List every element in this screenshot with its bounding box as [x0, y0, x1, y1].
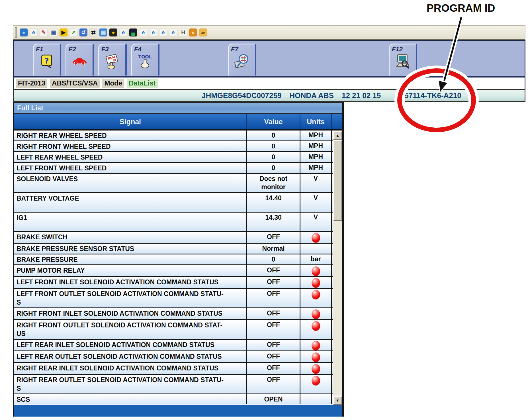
red-indicator [312, 278, 320, 288]
table-row[interactable]: RIGHT REAR OUTLET SOLENOID ACTIVATION CO… [14, 375, 342, 394]
value-cell: 14.40 [246, 193, 300, 212]
value-cell: OFF [246, 363, 300, 374]
column-header-signal[interactable]: Signal [14, 114, 246, 129]
signal-cell: BRAKE PRESSURE [14, 254, 246, 264]
table-body: RIGHT REAR WHEEL SPEED0MPHRIGHT FRONT WH… [14, 131, 342, 404]
table-row[interactable]: BATTERY VOLTAGE14.40V [14, 193, 342, 213]
value-cell: 0 [246, 254, 300, 264]
signal-cell: LEFT REAR WHEEL SPEED [14, 152, 246, 162]
datetime-text: 12 21 02 15 [342, 91, 381, 100]
ie-document-icon[interactable]: e [139, 28, 147, 36]
pc-search-icon [395, 54, 410, 70]
function-key-f7-button[interactable]: F7 [228, 44, 256, 76]
table-row[interactable]: LEFT REAR OUTLET SOLENOID ACTIVATION COM… [14, 351, 342, 363]
toolbar-grip[interactable] [15, 27, 17, 38]
red-indicator [312, 352, 320, 362]
function-key-f12-button[interactable]: F12 [389, 44, 417, 76]
full-list-title: Full List [17, 104, 43, 112]
ie-document-icon[interactable]: e [169, 28, 177, 36]
media-play-icon[interactable]: ▶ [60, 28, 67, 36]
units-cell [300, 363, 332, 374]
function-key-label: F12 [392, 46, 403, 53]
table-row[interactable]: RIGHT REAR WHEEL SPEED0MPH [14, 131, 342, 141]
bcm-at-icon: BCMAT [105, 54, 120, 70]
screen-icon[interactable]: ▣ [99, 28, 107, 36]
scrollbar-thumb[interactable] [333, 140, 342, 221]
export-arrow-icon[interactable]: ↗ [69, 28, 77, 36]
table-row[interactable]: RIGHT FRONT WHEEL SPEED0MPH [14, 141, 342, 152]
signal-cell: RIGHT REAR OUTLET SOLENOID ACTIVATION CO… [14, 375, 246, 394]
signal-cell: RIGHT REAR INLET SOLENOID ACTIVATION COM… [14, 363, 246, 374]
datalist-search-icon [234, 53, 250, 70]
function-key-f1-button[interactable]: F1? [33, 44, 61, 76]
table-row[interactable]: LEFT FRONT OUTLET SOLENOID ACTIVATION CO… [14, 289, 342, 308]
signal-cell: RIGHT REAR WHEEL SPEED [14, 131, 246, 140]
table-row[interactable]: RIGHT REAR INLET SOLENOID ACTIVATION COM… [14, 363, 342, 375]
function-key-f2-button[interactable]: F2 [66, 44, 94, 76]
column-header-value[interactable]: Value [246, 114, 300, 129]
signal-cell: BRAKE SWITCH [14, 232, 246, 243]
red-indicator [312, 233, 320, 243]
tab-datalist[interactable]: DataList [127, 79, 158, 88]
lock-icon[interactable]: ● [109, 28, 117, 36]
folder-icon[interactable]: ▰ [199, 28, 207, 36]
ie-document-icon[interactable]: e [149, 28, 157, 36]
tab-abs-tcs-vsa[interactable]: ABS/TCS/VSA [50, 79, 100, 88]
table-row[interactable]: LEFT FRONT INLET SOLENOID ACTIVATION COM… [14, 277, 342, 289]
batch-file-icon[interactable]: ▄ [129, 28, 137, 36]
swap-arrows-icon[interactable]: ⇄ [89, 28, 97, 36]
value-cell: 0 [246, 141, 300, 151]
ie-globe-icon[interactable]: e [119, 28, 127, 36]
scroll-up-icon: ▲ [336, 133, 339, 138]
table-row[interactable]: IG114.30V [14, 213, 342, 232]
table-row[interactable]: RIGHT FRONT OUTLET SOLENOID ACTIVATION C… [14, 320, 342, 340]
signal-cell: LEFT FRONT WHEEL SPEED [14, 163, 246, 173]
units-cell [300, 320, 332, 339]
column-header-units[interactable]: Units [300, 114, 332, 129]
tab-fit-2013[interactable]: FIT-2013 [16, 79, 47, 88]
table-row[interactable]: SCSOPEN [14, 394, 342, 404]
units-cell [300, 265, 332, 276]
units-cell [300, 277, 332, 288]
web-globe-icon[interactable]: ● [189, 28, 197, 36]
table-row[interactable]: BRAKE PRESSURE0bar [14, 254, 342, 265]
signal-cell: PUMP MOTOR RELAY [14, 265, 246, 276]
function-key-f4-button[interactable]: F4TOOL [131, 44, 159, 76]
signal-cell: LEFT REAR OUTLET SOLENOID ACTIVATION COM… [14, 351, 246, 362]
signal-cell: LEFT REAR INLET SOLENOID ACTIVATION COMM… [14, 340, 246, 350]
globe-icon[interactable]: ● [20, 28, 28, 36]
mode-tab-bar: FIT-2013ABS/TCS/VSAModeDataList [13, 78, 525, 89]
vertical-scrollbar[interactable]: ▲ ▼ [333, 131, 342, 405]
value-cell: OFF [246, 277, 300, 288]
red-indicator [312, 290, 320, 299]
window-icon[interactable]: ▣ [50, 28, 58, 36]
units-cell [300, 340, 332, 350]
table-row[interactable]: BRAKE SWITCHOFF [14, 232, 342, 244]
tab-mode[interactable]: Mode [102, 79, 124, 88]
value-cell: OFF [246, 340, 300, 350]
honda-h-icon[interactable]: H [179, 28, 187, 36]
table-row[interactable]: LEFT REAR WHEEL SPEED0MPH [14, 152, 342, 163]
refresh-icon[interactable]: ↺ [79, 28, 87, 36]
table-row[interactable]: BRAKE PRESSURE SENSOR STATUSNormal [14, 244, 342, 254]
scroll-down-button[interactable]: ▼ [333, 396, 342, 405]
notes-document-icon[interactable]: ✎ [40, 28, 48, 36]
signal-cell: LEFT FRONT OUTLET SOLENOID ACTIVATION CO… [14, 289, 246, 307]
value-cell: OFF [246, 265, 300, 276]
function-key-f3-button[interactable]: F3BCMAT [98, 44, 127, 76]
browser-toolbar: ●e✎▣▶↗↺⇄▣●e▄eeeeH●▰ [13, 25, 525, 40]
function-key-label: F2 [69, 46, 76, 53]
ie-document-icon[interactable]: e [30, 28, 38, 36]
scroll-up-button[interactable]: ▲ [333, 131, 342, 140]
table-row[interactable]: LEFT REAR INLET SOLENOID ACTIVATION COMM… [14, 340, 342, 351]
red-indicator [312, 266, 320, 276]
table-row[interactable]: PUMP MOTOR RELAYOFF [14, 265, 342, 277]
signal-cell: SOLENOID VALVES [14, 174, 246, 192]
table-row[interactable]: SOLENOID VALVESDoes not monitorV [14, 174, 342, 193]
table-row[interactable]: RIGHT FRONT INLET SOLENOID ACTIVATION CO… [14, 308, 342, 320]
footer-bar [13, 405, 344, 417]
tool-icon: TOOL [137, 54, 153, 70]
table-row[interactable]: LEFT FRONT WHEEL SPEED0MPH [14, 163, 342, 174]
red-indicator [312, 364, 320, 374]
ie-document-icon[interactable]: e [159, 28, 167, 36]
